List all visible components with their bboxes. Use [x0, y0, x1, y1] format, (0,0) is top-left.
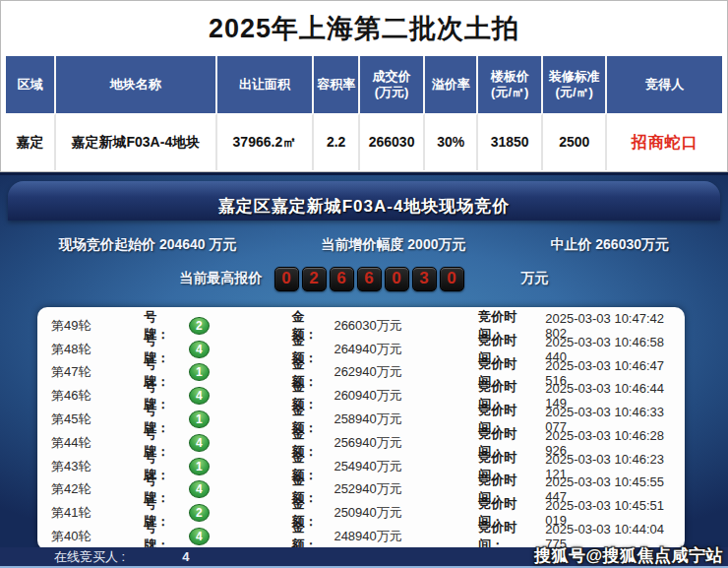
- paddle-number-badge: 1: [189, 363, 209, 381]
- bid-round: 第44轮: [51, 434, 106, 452]
- col-header-far: 容积率: [314, 56, 360, 113]
- bid-amount: 260940万元: [334, 387, 437, 405]
- panel-header-bar: 嘉定区嘉定新城F03A-4地块现场竞价: [8, 181, 720, 221]
- bid-round: 第42轮: [51, 480, 106, 498]
- paddle-label: 号牌：: [144, 519, 181, 550]
- digit-box: 6: [357, 267, 382, 291]
- digit-box: 0: [440, 267, 464, 291]
- bid-round: 第40轮: [51, 528, 106, 545]
- highest-bid-digit-display: 0 2 6 6 0 3 0: [274, 267, 464, 291]
- page-title: 2025年上海第二批次土拍: [1, 1, 727, 56]
- land-result-table: 区域 地块名称 出让面积 容积率 成交价 (万元) 溢价率 楼板价 (元/㎡) …: [6, 56, 722, 170]
- cell-plot-name: 嘉定新城F03A-4地块: [56, 113, 217, 171]
- col-header-area: 出让面积: [217, 56, 314, 113]
- paddle-number-badge: 4: [189, 341, 209, 358]
- start-price-text: 现场竞价起始价 204640 万元: [59, 236, 237, 254]
- paddle-number-badge: 4: [189, 387, 209, 405]
- stop-price-text: 中止价 266030万元: [550, 236, 669, 254]
- digit-box: 2: [302, 267, 327, 291]
- col-header-price: 成交价 (万元): [360, 56, 425, 113]
- screenshot-root: 2025年上海第二批次土拍 区域 地块名称 出让面积 容积率 成交价 (万元) …: [0, 0, 728, 568]
- land-auction-summary: 2025年上海第二批次土拍 区域 地块名称 出让面积 容积率 成交价 (万元) …: [0, 0, 728, 172]
- live-bidding-panel: 嘉定区嘉定新城F03A-4地块现场竞价 现场竞价起始价 204640 万元 当前…: [0, 172, 728, 568]
- bid-amount: 258940万元: [334, 410, 437, 428]
- digit-box: 3: [412, 267, 437, 291]
- bid-amount: 250940万元: [334, 504, 437, 522]
- table-header-row: 区域 地块名称 出让面积 容积率 成交价 (万元) 溢价率 楼板价 (元/㎡) …: [6, 56, 722, 113]
- col-header-floor-price: 楼板价 (元/㎡): [478, 56, 543, 113]
- online-bidders-label: 在线竞买人 :: [54, 548, 125, 566]
- cell-price: 266030: [360, 113, 425, 171]
- col-header-winner: 竞得人: [607, 56, 721, 113]
- bid-round: 第43轮: [51, 458, 106, 475]
- online-bidders-count: 4: [182, 549, 189, 564]
- highest-bid-unit: 万元: [521, 270, 549, 287]
- cell-area: 37966.2㎡: [217, 113, 314, 171]
- bid-amount: 266030万元: [334, 317, 437, 335]
- paddle-number-badge: 1: [189, 458, 209, 475]
- bid-round: 第41轮: [51, 504, 106, 522]
- cell-premium: 30%: [425, 113, 479, 171]
- bid-amount: 262940万元: [334, 363, 437, 381]
- bid-round: 第49轮: [51, 317, 106, 335]
- cell-region: 嘉定: [6, 113, 56, 171]
- bid-round: 第46轮: [51, 387, 106, 405]
- bid-history-list: 第49轮 号牌： 2 金额： 266030万元 竞价时间： 2025-03-03…: [37, 307, 685, 550]
- panel-title: 嘉定区嘉定新城F03A-4地块现场竞价: [218, 195, 511, 218]
- bid-amount: 264940万元: [334, 341, 437, 358]
- cell-decoration: 2500: [543, 113, 608, 171]
- auction-info-line: 现场竞价起始价 204640 万元 当前增价幅度 2000万元 中止价 2660…: [0, 236, 728, 254]
- bid-amount: 254940万元: [334, 458, 437, 475]
- bid-amount: 248940万元: [334, 528, 437, 545]
- paddle-number-badge: 2: [189, 317, 209, 335]
- sohu-watermark: 搜狐号@搜狐焦点咸宁站: [534, 544, 723, 567]
- digit-box: 0: [385, 267, 409, 291]
- increment-text: 当前增价幅度 2000万元: [321, 236, 465, 254]
- digit-box: 0: [274, 267, 299, 291]
- paddle-number-badge: 1: [189, 410, 209, 428]
- col-header-plot-name: 地块名称: [56, 56, 217, 113]
- paddle-number-badge: 2: [189, 504, 209, 522]
- table-row: 嘉定 嘉定新城F03A-4地块 37966.2㎡ 2.2 266030 30% …: [6, 113, 722, 171]
- bid-round: 第47轮: [51, 363, 106, 381]
- col-header-premium: 溢价率: [425, 56, 479, 113]
- paddle-number-badge: 4: [189, 434, 209, 452]
- highest-bid-label: 当前最高报价: [180, 270, 263, 287]
- paddle-number-badge: 4: [189, 528, 209, 545]
- time-label: 竞价时间：: [478, 519, 540, 550]
- amount-label: 金额：: [292, 519, 330, 550]
- cell-far: 2.2: [314, 113, 360, 171]
- cell-floor-price: 31850: [478, 113, 543, 171]
- col-header-region: 区域: [6, 56, 56, 113]
- highest-bid-line: 当前最高报价 0 2 6 6 0 3 0 万元: [0, 264, 728, 293]
- bid-round: 第45轮: [51, 410, 106, 428]
- col-header-decoration: 装修标准 (元/㎡): [543, 56, 608, 113]
- bid-amount: 252940万元: [334, 480, 437, 498]
- cell-winner: 招商蛇口: [607, 113, 721, 171]
- bid-amount: 256940万元: [334, 434, 437, 452]
- paddle-number-badge: 4: [189, 480, 209, 498]
- bid-round: 第48轮: [51, 341, 106, 358]
- digit-box: 6: [330, 267, 354, 291]
